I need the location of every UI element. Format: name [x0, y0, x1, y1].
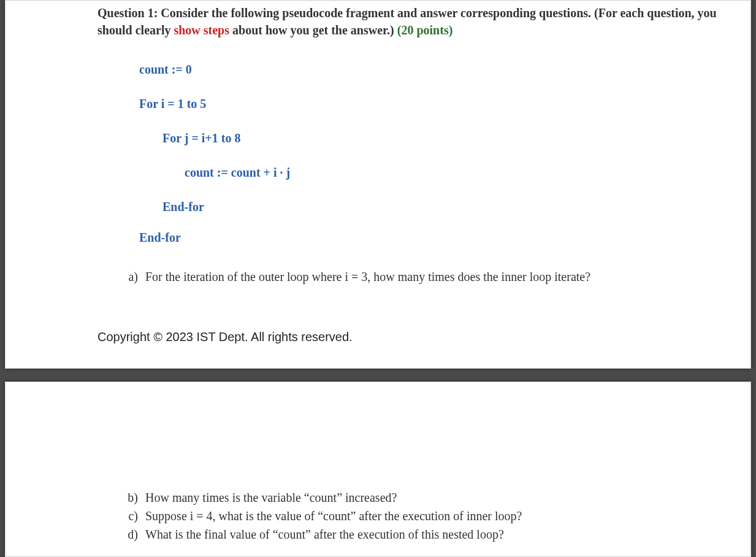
subquestion-b: b) How many times is the variable “count… [117, 489, 720, 506]
page-2-content: b) How many times is the variable “count… [6, 382, 750, 543]
pseudocode-line-6: End-for [139, 224, 720, 252]
question-highlight: show steps [174, 23, 229, 37]
subquestion-a: a) For the iteration of the outer loop w… [117, 268, 720, 285]
pseudocode-line-1: count := 0 [139, 52, 720, 86]
subquestion-c-text: Suppose i = 4, what is the value of “cou… [145, 507, 522, 524]
subquestion-list-page2: b) How many times is the variable “count… [117, 386, 720, 543]
question-points: (20 points) [397, 23, 453, 37]
subquestion-list-page1: a) For the iteration of the outer loop w… [117, 268, 720, 285]
question-heading: Question 1: Consider the following pseud… [97, 4, 720, 39]
subquestion-a-marker: a) [117, 268, 145, 285]
subquestion-a-text: For the iteration of the outer loop wher… [145, 268, 590, 285]
document-page-2: b) How many times is the variable “count… [5, 382, 751, 557]
copyright-notice: Copyright © 2023 IST Dept. All rights re… [97, 328, 720, 345]
subquestion-d-text: What is the final value of “count” after… [145, 526, 504, 543]
pseudocode-block: count := 0 For i = 1 to 5 For j = i+1 to… [139, 52, 720, 252]
subquestion-b-text: How many times is the variable “count” i… [145, 489, 397, 506]
pseudocode-line-5: End-for [162, 190, 720, 224]
question-prompt-part2: about how you get the answer.) [229, 23, 397, 37]
pseudocode-line-2: For i = 1 to 5 [139, 86, 720, 121]
page-1-content: Question 1: Consider the following pseud… [6, 1, 750, 345]
subquestion-d-marker: d) [117, 526, 145, 543]
question-label: Question 1: [97, 6, 158, 20]
subquestion-d: d) What is the final value of “count” af… [117, 526, 720, 543]
document-page-1: Question 1: Consider the following pseud… [5, 0, 751, 369]
pseudocode-line-4: count := count + i · j [185, 155, 720, 190]
subquestion-b-marker: b) [117, 489, 145, 506]
document-viewport: Question 1: Consider the following pseud… [0, 0, 756, 557]
subquestion-c-marker: c) [117, 507, 145, 524]
subquestion-c: c) Suppose i = 4, what is the value of “… [117, 507, 720, 524]
pseudocode-line-3: For j = i+1 to 8 [162, 121, 720, 155]
